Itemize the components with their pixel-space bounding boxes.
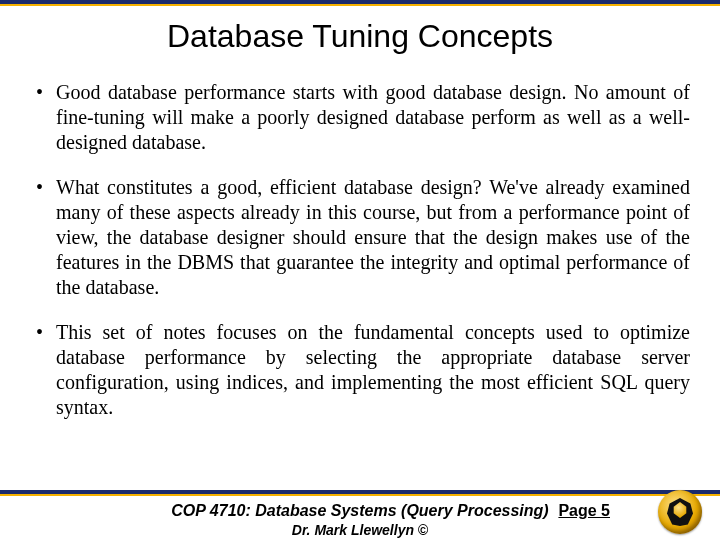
pegasus-icon [667,498,693,526]
slide-title: Database Tuning Concepts [0,18,720,55]
footer: COP 4710: Database Systems (Query Proces… [0,490,720,540]
page-number: Page 5 [558,502,610,520]
slide: Database Tuning Concepts Good database p… [0,0,720,540]
body-area: Good database performance starts with go… [30,80,690,480]
top-accent-bar [0,0,720,6]
footer-text: COP 4710: Database Systems (Query Proces… [0,502,720,538]
bullet-item: Good database performance starts with go… [30,80,690,155]
bullet-list: Good database performance starts with go… [30,80,690,420]
footer-author: Dr. Mark Llewellyn © [0,522,720,538]
ucf-logo-icon [658,490,702,534]
bullet-item: What constitutes a good, efficient datab… [30,175,690,300]
footer-accent-bar [0,490,720,496]
footer-course: COP 4710: Database Systems (Query Proces… [0,502,720,520]
logo-circle [658,490,702,534]
bullet-item: This set of notes focuses on the fundame… [30,320,690,420]
